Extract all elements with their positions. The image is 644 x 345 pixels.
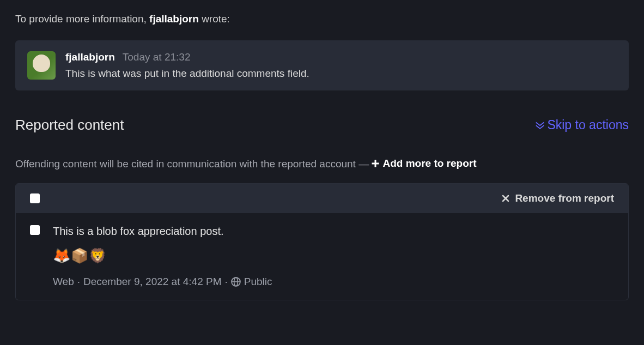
plus-icon [372, 160, 379, 167]
post-meta: Web · December 9, 2022 at 4:42 PM · Publ… [53, 276, 614, 288]
intro-text: To provide more information, fjallabjorn… [15, 13, 629, 25]
card-header-row: Remove from report [16, 184, 628, 213]
quote-timestamp: Today at 21:32 [123, 51, 191, 63]
card-body-row: This is a blob fox appreciation post. 🦊📦… [16, 213, 628, 300]
quote-body: fjallabjorn Today at 21:32 This is what … [65, 51, 617, 80]
post-visibility: Public [244, 276, 272, 288]
intro-author: fjallabjorn [149, 13, 199, 25]
subheader-text: Offending content will be cited in commu… [15, 158, 372, 170]
post-checkbox[interactable] [30, 225, 40, 235]
svg-rect-1 [372, 163, 379, 164]
remove-label: Remove from report [515, 192, 614, 204]
reported-content-card: Remove from report This is a blob fox ap… [15, 183, 629, 300]
post-date: December 9, 2022 at 4:42 PM [83, 276, 221, 288]
avatar[interactable] [27, 51, 56, 80]
globe-icon [231, 277, 241, 287]
add-more-to-report-button[interactable]: Add more to report [372, 158, 476, 170]
section-header: Reported content Skip to actions [15, 117, 629, 134]
skip-link-label: Skip to actions [547, 118, 629, 132]
close-icon [502, 195, 509, 202]
chevron-double-down-icon [535, 120, 545, 130]
emoji-row: 🦊📦🦁 [53, 249, 614, 263]
remove-from-report-button[interactable]: Remove from report [502, 192, 614, 204]
meta-sep: · [77, 276, 80, 288]
post-content: This is a blob fox appreciation post. 🦊📦… [53, 225, 614, 288]
select-all-checkbox[interactable] [30, 193, 40, 203]
quote-card: fjallabjorn Today at 21:32 This is what … [15, 40, 629, 90]
post-body: This is a blob fox appreciation post. [53, 225, 614, 238]
post-source: Web [53, 276, 74, 288]
quote-text: This is what was put in the additional c… [65, 68, 617, 80]
section-title: Reported content [15, 117, 124, 134]
intro-suffix: wrote: [199, 13, 230, 25]
skip-to-actions-link[interactable]: Skip to actions [535, 118, 629, 132]
intro-prefix: To provide more information, [15, 13, 149, 25]
meta-sep: · [225, 276, 228, 288]
quote-header: fjallabjorn Today at 21:32 [65, 51, 617, 63]
quote-author[interactable]: fjallabjorn [65, 51, 115, 63]
add-more-label: Add more to report [382, 158, 476, 170]
section-subheader: Offending content will be cited in commu… [15, 158, 629, 170]
